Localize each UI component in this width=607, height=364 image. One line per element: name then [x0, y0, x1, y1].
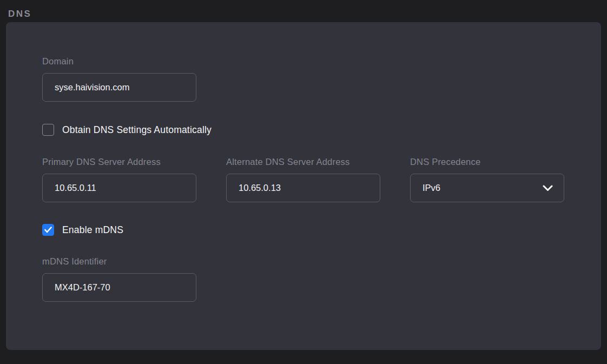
dns-precedence-field-group: DNS Precedence IPv6 — [410, 156, 564, 202]
page-title: DNS — [8, 9, 31, 19]
domain-field-group: Domain — [42, 56, 565, 102]
alternate-dns-input[interactable] — [226, 174, 380, 202]
dns-server-row: Primary DNS Server Address Alternate DNS… — [42, 156, 565, 202]
mdns-identifier-field-group: mDNS Identifier — [42, 256, 565, 302]
mdns-identifier-input[interactable] — [42, 273, 196, 302]
domain-input[interactable] — [42, 73, 196, 102]
mdns-identifier-label: mDNS Identifier — [42, 256, 565, 267]
section-header: DNS — [0, 0, 607, 22]
dns-settings-card: Domain Obtain DNS Settings Automatically… — [6, 22, 601, 350]
dns-precedence-label: DNS Precedence — [410, 156, 564, 168]
enable-mdns-checkbox-row[interactable]: Enable mDNS — [42, 224, 565, 236]
obtain-dns-checkbox[interactable] — [42, 124, 54, 136]
primary-dns-field-group: Primary DNS Server Address — [42, 156, 196, 202]
enable-mdns-label: Enable mDNS — [62, 224, 123, 236]
obtain-dns-label: Obtain DNS Settings Automatically — [62, 124, 212, 136]
alternate-dns-label: Alternate DNS Server Address — [226, 156, 380, 168]
alternate-dns-field-group: Alternate DNS Server Address — [226, 156, 380, 202]
check-icon — [44, 227, 52, 233]
primary-dns-label: Primary DNS Server Address — [42, 156, 196, 168]
enable-mdns-checkbox[interactable] — [42, 224, 54, 236]
obtain-dns-checkbox-row[interactable]: Obtain DNS Settings Automatically — [42, 124, 565, 136]
dns-precedence-value: IPv6 — [423, 183, 440, 193]
domain-label: Domain — [42, 56, 565, 67]
chevron-down-icon — [543, 185, 553, 191]
dns-precedence-select[interactable]: IPv6 — [410, 174, 564, 202]
primary-dns-input[interactable] — [42, 174, 196, 202]
